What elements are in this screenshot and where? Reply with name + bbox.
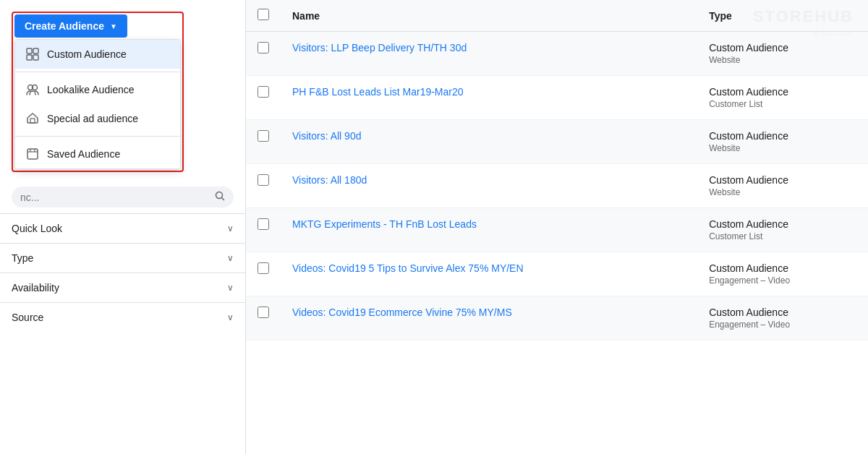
filter-source-header[interactable]: Source ∨ bbox=[12, 312, 234, 323]
filter-type: Type ∨ bbox=[0, 243, 245, 273]
row-type-cell: Custom Audience Engagement – Video bbox=[697, 296, 868, 340]
type-primary-5: Custom Audience bbox=[709, 262, 856, 274]
main-content: STOREHUB eふふふふ Name Type bbox=[246, 0, 868, 454]
th-name: Name bbox=[281, 0, 697, 32]
dropdown-item-lookalike[interactable]: Lookalike Audience bbox=[15, 75, 180, 104]
table-row: Visitors: All 180d Custom Audience Websi… bbox=[246, 164, 868, 208]
search-input-wrapper bbox=[12, 187, 234, 207]
filter-availability-header[interactable]: Availability ∨ bbox=[12, 282, 234, 294]
row-checkbox-3[interactable] bbox=[258, 174, 269, 186]
row-name-cell: MKTG Experiments - TH FnB Lost Leads bbox=[281, 208, 697, 252]
filter-availability-label: Availability bbox=[12, 282, 59, 294]
table-row: PH F&B Lost Leads List Mar19-Mar20 Custo… bbox=[246, 76, 868, 120]
chevron-quick-look-icon: ∨ bbox=[227, 223, 234, 234]
table-body: Visitors: LLP Beep Delivery TH/TH 30d Cu… bbox=[246, 32, 868, 340]
type-primary-4: Custom Audience bbox=[709, 218, 856, 230]
filter-type-header[interactable]: Type ∨ bbox=[12, 252, 234, 264]
row-name-cell: Visitors: All 90d bbox=[281, 120, 697, 164]
logo-sub: eふふふふ bbox=[753, 26, 854, 38]
audience-name-link-2[interactable]: Visitors: All 90d bbox=[292, 130, 361, 142]
type-secondary-2: Website bbox=[709, 143, 856, 153]
svg-rect-6 bbox=[30, 119, 35, 123]
create-audience-dropdown-menu: Custom Audience bbox=[14, 39, 181, 169]
sidebar-top: Create Audience ▼ bbox=[0, 12, 245, 187]
audience-name-link-5[interactable]: Videos: Covid19 5 Tips to Survive Alex 7… bbox=[292, 262, 524, 274]
dropdown-divider-2 bbox=[15, 136, 180, 137]
row-checkbox-4[interactable] bbox=[258, 218, 269, 230]
th-checkbox bbox=[246, 0, 281, 32]
row-type-cell: Custom Audience Engagement – Video bbox=[697, 252, 868, 296]
type-primary-0: Custom Audience bbox=[709, 42, 856, 53]
chevron-type-icon: ∨ bbox=[227, 253, 234, 263]
create-audience-dropdown-wrapper: Create Audience ▼ bbox=[12, 12, 184, 172]
row-type-cell: Custom Audience Website bbox=[697, 120, 868, 164]
table-row: MKTG Experiments - TH FnB Lost Leads Cus… bbox=[246, 208, 868, 252]
type-secondary-1: Customer List bbox=[709, 99, 856, 109]
create-audience-button[interactable]: Create Audience ▼ bbox=[14, 14, 127, 38]
dropdown-divider-1 bbox=[15, 72, 180, 72]
type-primary-1: Custom Audience bbox=[709, 86, 856, 98]
saved-audience-icon bbox=[25, 147, 40, 161]
dropdown-item-saved-audience-label: Saved Audience bbox=[47, 148, 120, 160]
row-name-cell: Visitors: All 180d bbox=[281, 164, 697, 208]
logo-text: STOREHUB bbox=[753, 7, 854, 26]
filter-source: Source ∨ bbox=[0, 302, 245, 332]
select-all-checkbox[interactable] bbox=[258, 9, 269, 20]
row-checkbox-2[interactable] bbox=[258, 130, 269, 142]
type-secondary-6: Engagement – Video bbox=[709, 320, 856, 330]
row-checkbox-cell bbox=[246, 208, 281, 252]
dropdown-item-custom-audience[interactable]: Custom Audience bbox=[15, 40, 180, 69]
audience-table: Name Type Visitors: LLP Beep Delivery TH… bbox=[246, 0, 868, 340]
search-container bbox=[0, 187, 245, 213]
lookalike-icon bbox=[25, 82, 40, 97]
type-primary-2: Custom Audience bbox=[709, 130, 856, 142]
row-checkbox-cell bbox=[246, 120, 281, 164]
sidebar: Create Audience ▼ bbox=[0, 0, 246, 454]
filter-type-label: Type bbox=[12, 252, 33, 264]
dropdown-item-special-ad[interactable]: Special ad audience bbox=[15, 104, 180, 133]
chevron-availability-icon: ∨ bbox=[227, 283, 234, 293]
table-row: Videos: Covid19 5 Tips to Survive Alex 7… bbox=[246, 252, 868, 296]
dropdown-item-saved-audience[interactable]: Saved Audience bbox=[15, 140, 180, 168]
create-audience-label: Create Audience bbox=[25, 20, 104, 32]
search-icon bbox=[215, 191, 225, 203]
filter-quick-look-header[interactable]: Quick Look ∨ bbox=[12, 223, 234, 234]
row-name-cell: Videos: Covid19 Ecommerce Vivine 75% MY/… bbox=[281, 296, 697, 340]
table-row: Visitors: All 90d Custom Audience Websit… bbox=[246, 120, 868, 164]
audience-name-link-0[interactable]: Visitors: LLP Beep Delivery TH/TH 30d bbox=[292, 42, 467, 53]
row-checkbox-cell bbox=[246, 252, 281, 296]
table-row: Videos: Covid19 Ecommerce Vivine 75% MY/… bbox=[246, 296, 868, 340]
filter-quick-look: Quick Look ∨ bbox=[0, 213, 245, 243]
chevron-down-icon: ▼ bbox=[110, 22, 117, 30]
svg-rect-0 bbox=[27, 48, 32, 53]
dropdown-item-special-ad-label: Special ad audience bbox=[47, 113, 138, 124]
audience-name-link-3[interactable]: Visitors: All 180d bbox=[292, 174, 367, 186]
row-checkbox-1[interactable] bbox=[258, 86, 269, 98]
type-secondary-4: Customer List bbox=[709, 231, 856, 241]
search-input[interactable] bbox=[20, 192, 210, 203]
custom-audience-icon bbox=[25, 47, 40, 61]
page-wrapper: Create Audience ▼ bbox=[0, 0, 868, 454]
row-checkbox-6[interactable] bbox=[258, 307, 269, 318]
dropdown-item-lookalike-label: Lookalike Audience bbox=[47, 84, 135, 95]
row-type-cell: Custom Audience Customer List bbox=[697, 76, 868, 120]
row-checkbox-cell bbox=[246, 164, 281, 208]
row-name-cell: Visitors: LLP Beep Delivery TH/TH 30d bbox=[281, 32, 697, 76]
special-ad-icon bbox=[25, 111, 40, 126]
filter-availability: Availability ∨ bbox=[0, 273, 245, 302]
audience-name-link-6[interactable]: Videos: Covid19 Ecommerce Vivine 75% MY/… bbox=[292, 307, 512, 318]
chevron-source-icon: ∨ bbox=[227, 312, 234, 322]
svg-rect-3 bbox=[33, 55, 38, 60]
type-secondary-5: Engagement – Video bbox=[709, 275, 856, 286]
row-checkbox-5[interactable] bbox=[258, 262, 269, 274]
row-type-cell: Custom Audience Website bbox=[697, 164, 868, 208]
audience-name-link-4[interactable]: MKTG Experiments - TH FnB Lost Leads bbox=[292, 218, 477, 230]
type-secondary-3: Website bbox=[709, 187, 856, 197]
type-secondary-0: Website bbox=[709, 55, 856, 65]
logo-area: STOREHUB eふふふふ bbox=[753, 7, 854, 38]
row-checkbox-0[interactable] bbox=[258, 42, 269, 53]
row-name-cell: Videos: Covid19 5 Tips to Survive Alex 7… bbox=[281, 252, 697, 296]
audience-name-link-1[interactable]: PH F&B Lost Leads List Mar19-Mar20 bbox=[292, 86, 464, 98]
type-primary-3: Custom Audience bbox=[709, 174, 856, 186]
svg-rect-1 bbox=[33, 48, 38, 53]
